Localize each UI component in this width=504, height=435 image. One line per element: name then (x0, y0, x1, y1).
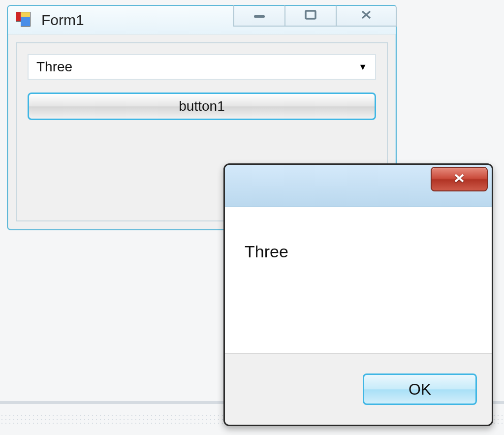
button1-label: button1 (179, 98, 224, 114)
combobox-value: Three (36, 59, 72, 75)
maximize-icon (302, 9, 319, 22)
messagebox-body: Three (225, 207, 492, 353)
form1-titlebar[interactable]: Form1 (8, 6, 396, 34)
window-title: Form1 (41, 12, 84, 29)
maximize-button[interactable] (284, 5, 336, 27)
ok-button-label: OK (409, 380, 431, 399)
app-icon (16, 12, 32, 29)
button1[interactable]: button1 (28, 93, 376, 120)
messagebox-titlebar[interactable] (225, 165, 492, 207)
messagebox-footer: OK (225, 353, 492, 425)
chevron-down-icon: ▼ (358, 62, 367, 72)
svg-rect-1 (306, 11, 315, 19)
minimize-icon (251, 9, 268, 22)
minimize-button[interactable] (233, 5, 284, 27)
combobox[interactable]: Three ▼ (28, 54, 376, 80)
messagebox-window: Three OK (223, 163, 493, 426)
close-icon (358, 9, 375, 22)
svg-rect-0 (254, 15, 265, 18)
close-button[interactable] (336, 5, 397, 27)
window-controls (233, 5, 397, 27)
close-icon (451, 173, 468, 186)
ok-button[interactable]: OK (363, 373, 477, 405)
messagebox-text: Three (245, 242, 288, 261)
messagebox-close-button[interactable] (431, 167, 488, 191)
